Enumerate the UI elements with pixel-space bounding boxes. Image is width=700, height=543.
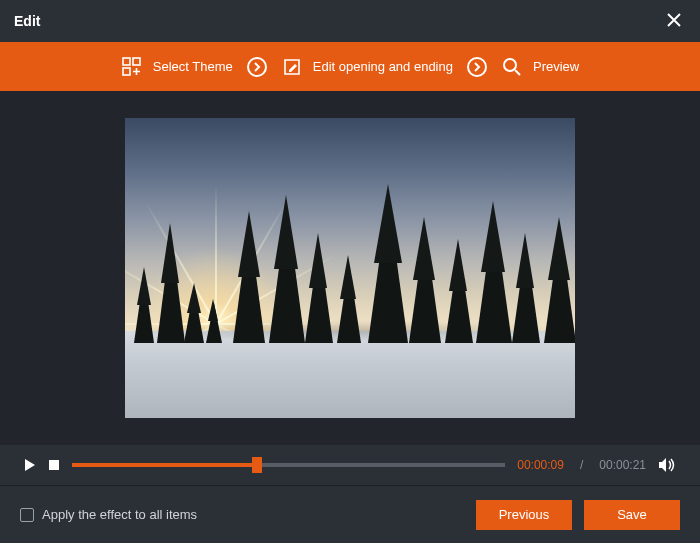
step-edit-opening[interactable]: Edit opening and ending bbox=[281, 56, 453, 78]
titlebar: Edit bbox=[0, 0, 700, 42]
magnifier-icon bbox=[501, 56, 523, 78]
svg-point-3 bbox=[504, 59, 516, 71]
time-separator: / bbox=[580, 458, 583, 472]
checkbox-icon bbox=[20, 508, 34, 522]
seek-fill bbox=[72, 463, 257, 467]
step-label: Edit opening and ending bbox=[313, 59, 453, 74]
edit-pencil-icon bbox=[281, 56, 303, 78]
step-label: Select Theme bbox=[153, 59, 233, 74]
footer-buttons: Previous Save bbox=[476, 500, 680, 530]
theme-grid-icon bbox=[121, 56, 143, 78]
step-label: Preview bbox=[533, 59, 579, 74]
current-time: 00:00:09 bbox=[517, 458, 564, 472]
svg-rect-4 bbox=[49, 460, 59, 470]
apply-all-label: Apply the effect to all items bbox=[42, 507, 197, 522]
volume-icon[interactable] bbox=[658, 457, 676, 473]
seek-slider[interactable] bbox=[72, 463, 505, 467]
apply-all-checkbox[interactable]: Apply the effect to all items bbox=[20, 507, 197, 522]
chevron-right-icon bbox=[247, 57, 267, 77]
svg-rect-1 bbox=[133, 58, 140, 65]
total-duration: 00:00:21 bbox=[599, 458, 646, 472]
chevron-right-icon bbox=[467, 57, 487, 77]
seek-thumb[interactable] bbox=[252, 457, 262, 473]
step-select-theme[interactable]: Select Theme bbox=[121, 56, 233, 78]
steps-bar: Select Theme Edit opening and ending bbox=[0, 42, 700, 91]
footer: Apply the effect to all items Previous S… bbox=[0, 485, 700, 543]
close-icon[interactable] bbox=[662, 11, 686, 32]
playback-controls: 00:00:09 / 00:00:21 bbox=[0, 445, 700, 485]
edit-window: Edit Select Theme bbox=[0, 0, 700, 543]
stop-icon[interactable] bbox=[48, 459, 60, 471]
video-frame[interactable] bbox=[125, 118, 575, 418]
previous-button[interactable]: Previous bbox=[476, 500, 572, 530]
step-preview[interactable]: Preview bbox=[501, 56, 579, 78]
play-icon[interactable] bbox=[24, 458, 36, 472]
window-title: Edit bbox=[14, 13, 40, 29]
preview-area bbox=[0, 91, 700, 445]
svg-rect-2 bbox=[123, 68, 130, 75]
svg-rect-0 bbox=[123, 58, 130, 65]
save-button[interactable]: Save bbox=[584, 500, 680, 530]
